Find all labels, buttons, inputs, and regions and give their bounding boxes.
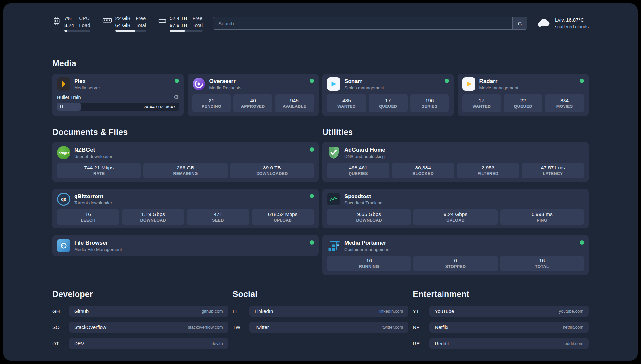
section-social: Social LI LinkedIn linkedin.com TW Twitt… (233, 289, 409, 333)
app-name: Radarr (479, 78, 576, 85)
stat-wanted: 485 WANTED (327, 94, 366, 112)
weather-widget[interactable]: Lviv, 16.87°C scattered clouds (537, 17, 589, 30)
adguard-shield-icon (327, 146, 340, 159)
bookmark-reddit: RE Reddit reddit.com (413, 338, 589, 349)
stat-queued: 17 QUEUED (369, 94, 408, 112)
section-media: Media Plex Media server Bullet Train ⚙ (52, 59, 589, 116)
app-name: Sonarr (344, 78, 441, 85)
app-description: Torrent downloader (74, 200, 306, 205)
cpu-label: CPU (79, 15, 90, 22)
section-title-documents: Documents & Files (52, 127, 319, 137)
ram-metric: 22 GiB Free 64 GiB Total (102, 15, 146, 32)
bookmark-stackoverflow: SO StackOverflow stackoverflow.com (52, 322, 228, 333)
filebrowser-icon (57, 239, 70, 252)
bookmark-link-linkedin[interactable]: LinkedIn linkedin.com (249, 306, 409, 317)
nzbget-icon: nzbget (57, 146, 70, 159)
status-online-dot (580, 240, 584, 245)
section-title-media: Media (52, 59, 589, 68)
search-bar: G (213, 17, 527, 30)
bookmark-abbr: SO (52, 324, 64, 330)
radarr-icon (462, 77, 475, 91)
bookmark-link-twitter[interactable]: Twitter twitter.com (249, 322, 409, 333)
playback-time: 24:44 / 02:06:47 (143, 104, 176, 109)
stat-running: 16 RUNNING (327, 256, 411, 271)
stat-ping: 0.993 ms PING (500, 209, 584, 225)
search-input[interactable] (213, 17, 512, 29)
cpu-load-label: Load (79, 22, 90, 29)
bookmark-abbr: RE (413, 341, 425, 346)
plex-card[interactable]: Plex Media server Bullet Train ⚙ 24:44 /… (52, 74, 184, 116)
now-playing-title: Bullet Train (57, 95, 81, 100)
overseerr-card[interactable]: Overseerr Media Requests 21 PENDING 40 A… (188, 74, 319, 116)
app-name: AdGuard Home (344, 147, 584, 153)
portainer-icon (327, 239, 340, 252)
hard-drive-icon (158, 17, 167, 25)
stat-download: 9.65 Gbps DOWNLOAD (327, 209, 411, 225)
app-description: Media server (74, 85, 171, 90)
weather-condition: scattered clouds (555, 24, 589, 30)
bookmark-abbr: YT (413, 308, 425, 314)
speedtest-card[interactable]: Speedtest Speedtest Tracking 9.65 Gbps D… (322, 189, 589, 228)
app-name: NZBGet (74, 147, 306, 153)
cpu-metric: 7% CPU 3.24 Load (52, 15, 90, 32)
gear-icon[interactable]: ⚙ (174, 94, 179, 100)
stat-queries: 498,461 QUERIES (327, 163, 389, 178)
top-bar: 7% CPU 3.24 Load (52, 15, 589, 32)
ram-icon (102, 17, 112, 25)
playback-progress-bar[interactable]: 24:44 / 02:06:47 (57, 103, 179, 111)
ram-usage-bar (115, 30, 146, 32)
overseerr-icon (192, 77, 205, 91)
app-description: Movie management (479, 85, 576, 90)
sonarr-card[interactable]: Sonarr Series management 485 WANTED 17 Q… (322, 74, 454, 116)
stat-movies: 834 MOVIES (545, 94, 584, 112)
status-online-dot (445, 79, 449, 83)
disk-total-label: Total (192, 22, 203, 29)
bookmark-abbr: DT (52, 341, 64, 346)
status-online-dot (310, 79, 314, 83)
cpu-load-value: 3.24 (64, 22, 74, 29)
radarr-card[interactable]: Radarr Movie management 17 WANTED 22 QUE… (458, 74, 589, 116)
nzbget-card[interactable]: nzbget NZBGet Usenet downloader 744.21 M… (52, 142, 319, 182)
bookmark-link-dev[interactable]: DEV dev.to (69, 338, 228, 349)
search-engine-button[interactable]: G (512, 17, 527, 29)
bookmark-link-github[interactable]: Github github.com (69, 306, 228, 317)
stat-downloaded: 39.6 TB DOWNLOADED (230, 163, 314, 178)
cpu-chip-icon (52, 17, 61, 25)
cloud-icon (537, 18, 551, 29)
bookmark-link-reddit[interactable]: Reddit reddit.com (429, 338, 589, 349)
bookmark-link-youtube[interactable]: YouTube youtube.com (429, 306, 589, 317)
bookmark-dev: DT DEV dev.to (52, 338, 228, 349)
app-description: Media File Management (74, 247, 306, 252)
stat-stopped: 0 STOPPED (413, 256, 497, 271)
stat-remaining: 266 GB REMAINING (143, 163, 227, 178)
section-developer: Developer GH Github github.com SO StackO… (52, 289, 228, 349)
section-utilities: Utilities AdGuard Home D (322, 127, 589, 275)
stat-blocked: 86,384 BLOCKED (392, 163, 454, 178)
ram-total-label: Total (136, 22, 146, 29)
filebrowser-card[interactable]: File Browser Media File Management (52, 235, 319, 256)
portainer-card[interactable]: Media Portainer Container management 16 … (322, 235, 589, 275)
pause-icon[interactable] (60, 105, 63, 108)
qbittorrent-card[interactable]: qb qBittorrent Torrent downloader 16 LEE… (52, 189, 319, 228)
app-name: Plex (74, 78, 171, 85)
qbittorrent-icon: qb (57, 193, 70, 206)
section-title-entertainment: Entertainment (413, 289, 589, 299)
stat-rate: 744.21 Mbps RATE (57, 163, 141, 178)
bookmark-link-stackoverflow[interactable]: StackOverflow stackoverflow.com (69, 322, 228, 333)
stat-queued: 22 QUEUED (504, 94, 542, 112)
app-description: Container management (344, 247, 576, 252)
stat-approved: 40 APPROVED (233, 94, 272, 112)
status-online-dot (175, 79, 179, 83)
bookmark-netflix: NF Netflix netflix.com (413, 322, 589, 333)
section-entertainment: Entertainment YT YouTube youtube.com NF … (413, 289, 589, 349)
adguard-card[interactable]: AdGuard Home DNS and adblocking 498,461 … (322, 142, 589, 182)
status-online-dot (310, 194, 314, 198)
section-title-utilities: Utilities (322, 127, 589, 137)
dashboard-screen: 7% CPU 3.24 Load (3, 3, 638, 361)
bookmark-link-netflix[interactable]: Netflix netflix.com (429, 322, 589, 333)
app-description: Usenet downloader (74, 154, 306, 159)
bookmark-abbr: TW (233, 324, 245, 330)
weather-location-temp: Lviv, 16.87°C (555, 17, 589, 23)
app-description: DNS and adblocking (344, 154, 584, 159)
bookmark-github: GH Github github.com (52, 306, 228, 317)
